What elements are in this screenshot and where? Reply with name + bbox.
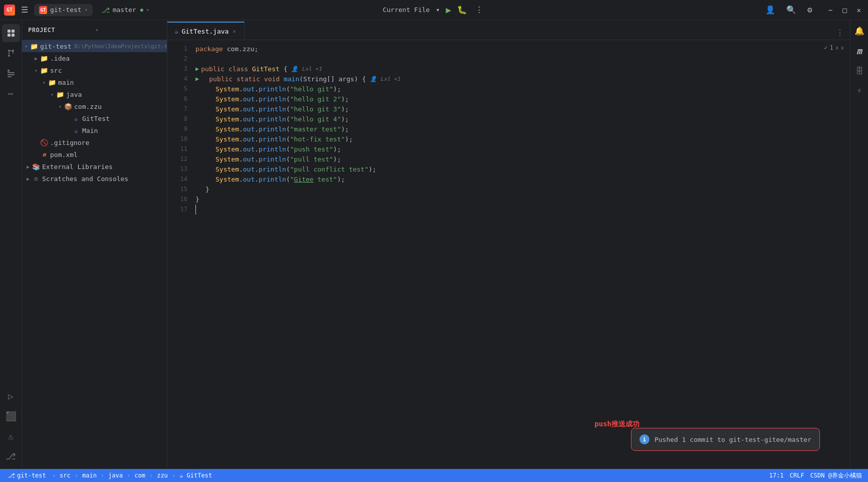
notification-text: Pushed 1 commit to git-test-gitee/master <box>655 436 811 443</box>
tree-item-pom[interactable]: ▶ m pom.xml <box>22 148 167 160</box>
tree-arrow-git-test: ▾ <box>22 42 30 50</box>
code-line-7: System.out.println("hello git 3"); <box>195 104 850 114</box>
svg-rect-11 <box>8 76 12 77</box>
project-badge[interactable]: GT git-test ▾ <box>34 4 93 16</box>
status-position[interactable]: 17:1 <box>769 472 784 479</box>
editor-wrapper: 1 2 3 4 5 6 7 8 9 10 11 12 13 14 15 16 1 <box>167 40 850 469</box>
activity-vcs-icon[interactable] <box>2 44 20 62</box>
tree-label-gittest: GitTest <box>82 115 110 122</box>
activity-project-icon[interactable] <box>2 24 20 42</box>
tree-item-idea[interactable]: ▶ 📁 .idea <box>22 52 167 64</box>
tree-item-gitignore[interactable]: ▶ 🚫 .gitignore <box>22 136 167 148</box>
title-bar-center: Current File ▾ ▶ 🐛 ⋮ <box>383 3 486 17</box>
activity-run-icon[interactable]: ▷ <box>2 387 20 405</box>
branch-dropdown-icon: ▾ <box>146 7 149 13</box>
activity-git-icon[interactable]: ⎇ <box>2 447 20 465</box>
status-breadcrumb-gittest: ☕ GitTest <box>179 472 212 479</box>
code-line-14: System.out.println("Gitee test"); <box>195 175 850 185</box>
tree-item-main[interactable]: ▾ 📁 main <box>22 76 167 88</box>
tree-item-mainclass[interactable]: ▶ ☕ Main <box>22 124 167 136</box>
svg-rect-1 <box>12 30 15 33</box>
checkmark-up-icon[interactable]: ∧ <box>835 45 839 51</box>
sidebar: Project ▾ ▾ 📁 git-test D:\Python\IdeaPro… <box>22 20 167 469</box>
right-icon-notifications[interactable]: 🔔 <box>852 24 866 38</box>
tree-item-java[interactable]: ▾ 📁 java <box>22 88 167 100</box>
line-num-9: 9 <box>184 124 187 134</box>
tree-label-mainclass: Main <box>82 127 98 134</box>
code-line-2 <box>195 54 850 64</box>
search-button[interactable]: 🔍 <box>784 3 798 17</box>
right-icon-maven[interactable]: ⚡ <box>855 84 864 97</box>
line-num-11: 11 <box>180 144 187 154</box>
tab-gittest[interactable]: ☕ GitTest.java ✕ <box>167 22 245 40</box>
main-layout: ⋯ ▷ ⬛ ⚠ ⎇ Project ▾ ▾ 📁 git-test D:\Pyth… <box>0 20 868 469</box>
debug-button[interactable]: 🐛 <box>457 5 467 15</box>
project-dropdown-icon: ▾ <box>85 7 88 13</box>
push-success-overlay: push推送成功 <box>594 420 639 429</box>
activity-more-icon[interactable]: ⋯ <box>2 84 20 102</box>
tree-path-git-test: D:\Python\IdeaProjects\git-test <box>75 43 167 50</box>
branch-status-dot: ● <box>140 7 143 13</box>
status-sep-2: › <box>75 472 78 479</box>
tree-item-git-test[interactable]: ▾ 📁 git-test D:\Python\IdeaProjects\git-… <box>22 40 167 52</box>
tree-label-ext-libs: External Libraries <box>42 163 113 171</box>
checkmark-icon: ✓ <box>824 44 827 51</box>
code-line-10: System.out.println("hot-fix test"); <box>195 134 850 144</box>
status-breadcrumb-com: com <box>134 472 145 479</box>
branch-badge[interactable]: ⎇ master ● ▾ <box>97 4 154 16</box>
editor-area: ☕ GitTest.java ✕ ⋮ 1 2 3 4 5 6 7 8 <box>167 20 850 469</box>
minimize-button[interactable]: − <box>825 5 835 15</box>
activity-terminal-icon[interactable]: ⬛ <box>2 407 20 425</box>
tree-item-ext-libs[interactable]: ▶ 📚 External Libraries <box>22 160 167 173</box>
sidebar-header: Project ▾ <box>22 20 167 40</box>
line-num-2: 2 <box>184 54 187 64</box>
line-num-4: 4 <box>184 74 187 84</box>
tab-bar-end: ⋮ <box>834 26 850 40</box>
branch-name: master <box>113 6 136 14</box>
activity-structure-icon[interactable] <box>2 64 20 82</box>
title-bar-right: 👤 🔍 ⚙ − □ ✕ <box>763 3 864 17</box>
run-gutter-4[interactable]: ▶ <box>195 74 199 84</box>
code-editor[interactable]: 1 2 3 4 5 6 7 8 9 10 11 12 13 14 15 16 1 <box>167 40 850 469</box>
maximize-button[interactable]: □ <box>839 5 849 15</box>
checkmark-area: ✓ 1 ∧ ∨ <box>824 44 844 51</box>
line-num-8: 8 <box>184 114 187 124</box>
run-gutter-3[interactable]: ▶ <box>195 64 199 74</box>
status-encoding[interactable]: CRLF <box>790 472 804 479</box>
package-icon-com-zzu: 📦 <box>64 102 72 110</box>
run-button[interactable]: ▶ <box>446 5 451 15</box>
line-num-17: 17 <box>180 205 187 215</box>
hamburger-button[interactable]: ☰ <box>19 3 30 17</box>
status-branch-icon: ⎇ <box>8 472 15 479</box>
code-line-4: ▶ public static void main(String[] args)… <box>195 74 850 84</box>
svg-point-4 <box>8 50 10 52</box>
checkmark-down-icon[interactable]: ∨ <box>840 45 844 51</box>
right-icon-database[interactable]: 🗄 <box>853 64 865 78</box>
tree-item-src[interactable]: ▾ 📁 src <box>22 64 167 76</box>
folder-icon-main: 📁 <box>48 78 56 86</box>
tree-item-scratches[interactable]: ▶ ≡ Scratches and Consoles <box>22 173 167 185</box>
activity-problems-icon[interactable]: ⚠ <box>2 427 20 445</box>
tree-item-gittest[interactable]: ▶ ☕ GitTest <box>22 112 167 124</box>
profile-button[interactable]: 👤 <box>763 3 777 17</box>
tab-more-button[interactable]: ⋮ <box>834 26 846 40</box>
code-content[interactable]: package com.zzu; ▶ public class GitTest … <box>191 40 850 469</box>
tab-label-gittest: GitTest.java <box>181 28 229 35</box>
more-options-button[interactable]: ⋮ <box>473 3 485 17</box>
line-num-3: 3 <box>184 64 187 74</box>
status-sep-1: › <box>52 472 56 479</box>
tree-label-scratches: Scratches and Consoles <box>42 175 128 183</box>
tab-close-button[interactable]: ✕ <box>232 27 237 36</box>
svg-rect-8 <box>8 70 10 72</box>
folder-icon-idea: 📁 <box>40 54 48 62</box>
line-num-15: 15 <box>180 185 187 195</box>
settings-button[interactable]: ⚙ <box>805 3 814 17</box>
folder-icon-git-test: 📁 <box>30 42 38 50</box>
scratches-icon: ≡ <box>32 175 40 183</box>
close-button[interactable]: ✕ <box>854 5 864 15</box>
right-icon-ai[interactable]: m <box>854 44 864 58</box>
tab-bar: ☕ GitTest.java ✕ ⋮ <box>167 20 850 40</box>
sidebar-dropdown-icon[interactable]: ▾ <box>96 27 161 33</box>
tree-item-com-zzu[interactable]: ▾ 📦 com.zzu <box>22 100 167 112</box>
status-branch[interactable]: ⎇ git-test <box>6 472 48 479</box>
